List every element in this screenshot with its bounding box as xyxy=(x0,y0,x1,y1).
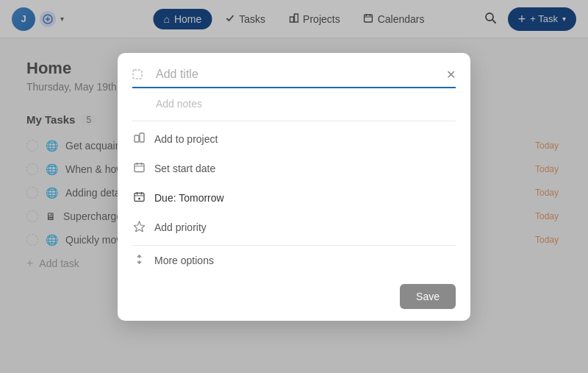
set-start-date-row[interactable]: Set start date xyxy=(118,154,470,183)
due-date-icon xyxy=(132,191,146,205)
svg-rect-11 xyxy=(133,70,142,79)
due-date-row[interactable]: Due: Tomorrow xyxy=(118,183,470,213)
add-priority-label: Add priority xyxy=(154,221,207,233)
due-date-label: Due: Tomorrow xyxy=(154,192,224,204)
svg-point-22 xyxy=(138,197,140,199)
more-options-label: More options xyxy=(154,255,214,266)
svg-rect-14 xyxy=(135,163,144,171)
add-priority-row[interactable]: Add priority xyxy=(118,213,470,242)
add-to-project-row[interactable]: Add to project xyxy=(118,124,470,154)
more-options-row[interactable]: More options xyxy=(118,246,470,275)
modal-title-input[interactable] xyxy=(132,68,456,88)
svg-rect-12 xyxy=(135,135,139,142)
svg-marker-23 xyxy=(134,221,145,232)
modal-header: ✕ xyxy=(118,53,470,88)
modal-options: Add to project Set start date xyxy=(118,121,470,245)
modal-notes-area xyxy=(118,88,470,110)
set-start-date-label: Set start date xyxy=(154,163,215,174)
set-start-date-icon xyxy=(132,162,146,175)
modal-footer: Save xyxy=(118,275,470,321)
modal-close-button[interactable]: ✕ xyxy=(443,65,459,85)
add-to-project-icon xyxy=(132,132,146,146)
svg-rect-13 xyxy=(140,133,144,142)
more-options-icon xyxy=(132,254,146,267)
save-button[interactable]: Save xyxy=(400,284,456,309)
add-priority-icon xyxy=(132,221,146,234)
svg-rect-18 xyxy=(135,193,144,201)
title-icon xyxy=(132,69,143,82)
add-task-modal: ✕ Add to project xyxy=(118,53,470,321)
close-icon: ✕ xyxy=(446,68,456,81)
modal-notes-input[interactable] xyxy=(132,98,456,110)
add-to-project-label: Add to project xyxy=(154,133,218,145)
modal-overlay[interactable]: ✕ Add to project xyxy=(0,0,588,373)
